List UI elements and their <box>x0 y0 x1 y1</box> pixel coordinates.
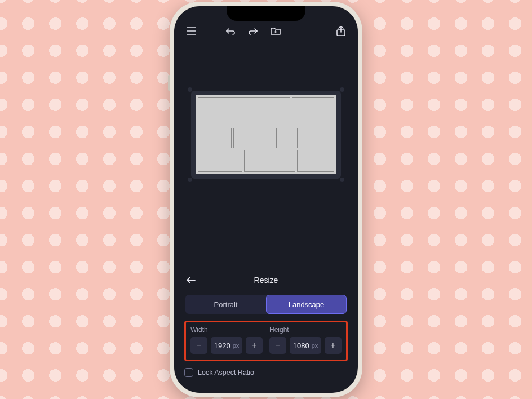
back-icon[interactable] <box>184 273 198 287</box>
height-value: 1080 <box>293 342 309 350</box>
width-decrement-button[interactable]: − <box>190 337 207 354</box>
notch <box>227 6 305 21</box>
width-increment-button[interactable]: + <box>246 337 263 354</box>
collage-cell[interactable] <box>198 128 232 148</box>
dimensions-group-highlighted: Width − 1920 px + Height − <box>184 321 348 361</box>
height-unit: px <box>312 342 318 349</box>
share-icon[interactable] <box>334 24 348 38</box>
lock-aspect-row: Lock Aspect Ratio <box>184 368 348 377</box>
folder-icon[interactable] <box>269 24 282 38</box>
redo-icon[interactable] <box>246 24 260 38</box>
height-increment-button[interactable]: + <box>325 337 342 354</box>
collage-cell[interactable] <box>244 150 295 172</box>
screen: Resize Portrait Landscape Width − 1920 p… <box>174 6 358 393</box>
width-label: Width <box>190 326 263 334</box>
toolbar-center <box>224 24 282 38</box>
canvas-area[interactable] <box>174 42 358 265</box>
height-group: Height − 1080 px + <box>269 326 342 354</box>
width-value: 1920 <box>214 342 230 350</box>
menu-icon[interactable] <box>184 24 198 38</box>
tab-landscape[interactable]: Landscape <box>266 295 347 314</box>
collage-cell[interactable] <box>297 150 334 172</box>
resize-handle-br[interactable] <box>340 178 344 182</box>
collage-cell[interactable] <box>297 128 334 148</box>
width-unit: px <box>233 342 240 349</box>
artboard-frame[interactable] <box>191 91 341 179</box>
undo-icon[interactable] <box>224 24 237 38</box>
height-decrement-button[interactable]: − <box>269 337 286 354</box>
resize-handle-tl[interactable] <box>188 87 192 92</box>
orientation-segmented: Portrait Landscape <box>185 295 347 314</box>
collage-cell[interactable] <box>198 97 290 126</box>
height-label: Height <box>269 326 342 334</box>
collage-cell[interactable] <box>276 128 295 148</box>
resize-handle-bl[interactable] <box>188 178 192 182</box>
collage-cell[interactable] <box>233 128 274 148</box>
artboard[interactable] <box>196 95 336 174</box>
lock-aspect-checkbox[interactable] <box>184 368 193 377</box>
resize-handle-tr[interactable] <box>340 87 344 92</box>
collage-cell[interactable] <box>198 150 242 172</box>
panel-title: Resize <box>254 276 278 285</box>
resize-panel: Resize Portrait Landscape Width − 1920 p… <box>174 265 358 393</box>
tab-portrait[interactable]: Portrait <box>185 295 266 314</box>
width-group: Width − 1920 px + <box>190 326 263 354</box>
height-input[interactable]: 1080 px <box>290 337 321 354</box>
panel-header: Resize <box>184 271 348 289</box>
phone-frame: Resize Portrait Landscape Width − 1920 p… <box>170 2 362 397</box>
lock-aspect-label: Lock Aspect Ratio <box>198 369 254 376</box>
collage-cell[interactable] <box>292 97 334 126</box>
width-input[interactable]: 1920 px <box>211 337 242 354</box>
